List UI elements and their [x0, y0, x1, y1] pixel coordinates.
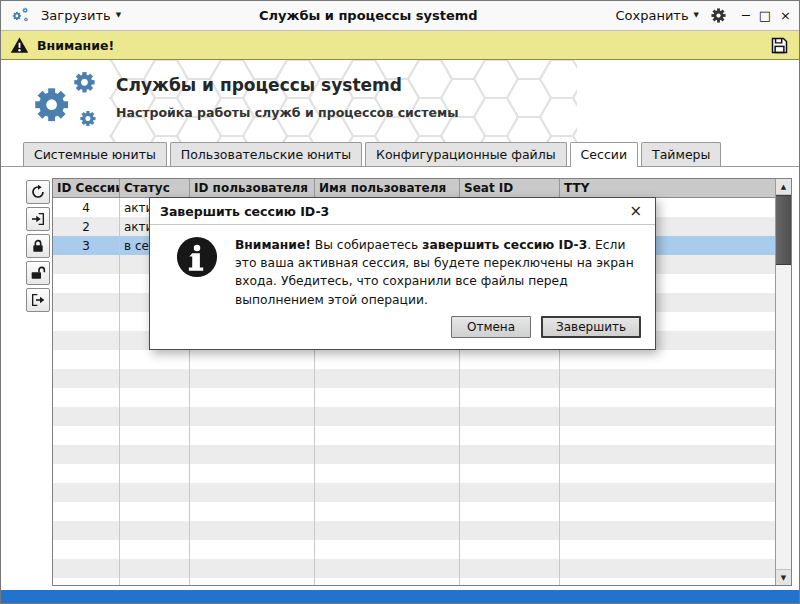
- table-row-empty: [53, 502, 775, 521]
- header-text: Службы и процессы systemd Настройка рабо…: [116, 60, 799, 120]
- tab-bar: Системные юниты Пользовательские юниты К…: [1, 142, 799, 167]
- gears-logo-icon: [35, 72, 95, 126]
- dialog-close-button[interactable]: ×: [626, 204, 645, 219]
- scroll-down-button[interactable]: ▼: [776, 569, 791, 585]
- page-title: Службы и процессы systemd: [116, 75, 799, 95]
- column-header-user-id: ID пользователя: [190, 179, 315, 197]
- refresh-icon: [30, 184, 46, 200]
- terminate-session-button[interactable]: [26, 288, 50, 312]
- save-menu-label: Сохранить: [615, 8, 688, 23]
- table-row-empty: [53, 350, 775, 369]
- table-header-row: ID Сессии Статус ID пользователя Имя пол…: [53, 179, 775, 198]
- cancel-button[interactable]: Отмена: [451, 316, 531, 338]
- save-menu-button[interactable]: Сохранить ▼: [611, 6, 703, 25]
- tab-system-units[interactable]: Системные юниты: [23, 142, 167, 166]
- column-header-session-id: ID Сессии: [53, 179, 120, 197]
- warning-label: Внимание!: [37, 38, 114, 53]
- logout-icon: [30, 292, 46, 308]
- login-icon: [30, 211, 46, 227]
- table-row-empty: [53, 369, 775, 388]
- tab-sessions[interactable]: Сессии: [570, 142, 638, 167]
- floppy-icon: [769, 35, 790, 56]
- warning-bar: Внимание!: [1, 31, 799, 60]
- dialog-titlebar: Завершить сессию ID-3 ×: [150, 198, 655, 225]
- dialog-actions: Отмена Завершить: [150, 313, 655, 349]
- table-row-empty: [53, 464, 775, 483]
- dialog-message-part: завершить сессию ID-3: [422, 238, 587, 252]
- activate-session-button[interactable]: [26, 207, 50, 231]
- scroll-up-button[interactable]: ▲: [776, 179, 791, 195]
- minimize-button[interactable]: ─: [742, 9, 750, 22]
- lock-icon: [30, 238, 46, 254]
- table-row-empty: [53, 578, 775, 585]
- save-file-button[interactable]: [769, 35, 790, 56]
- dialog-message-part: Внимание!: [235, 238, 311, 252]
- window-controls: ─ □ ×: [742, 9, 791, 22]
- app-logo-icon: [9, 6, 30, 25]
- terminate-session-dialog: Завершить сессию ID-3 × Внимание! Вы соб…: [149, 197, 656, 350]
- window-title: Службы и процессы systemd: [133, 8, 603, 23]
- app-window: Загрузить ▼ Службы и процессы systemd Со…: [0, 0, 800, 604]
- table-row-empty: [53, 483, 775, 502]
- table-row-empty: [53, 388, 775, 407]
- page-subtitle: Настройка работы служб и процессов систе…: [116, 105, 799, 120]
- refresh-button[interactable]: [26, 180, 50, 204]
- column-header-tty: TTY: [560, 179, 775, 197]
- info-icon: [176, 236, 218, 278]
- dialog-message-part: Вы собираетесь: [311, 238, 422, 252]
- dialog-title: Завершить сессию ID-3: [160, 204, 329, 219]
- lock-session-button[interactable]: [26, 234, 50, 258]
- maximize-button[interactable]: □: [759, 9, 771, 22]
- close-button[interactable]: ×: [780, 9, 791, 22]
- dialog-body: Внимание! Вы собираетесь завершить сесси…: [150, 225, 655, 313]
- unlock-icon: [30, 265, 46, 281]
- warning-icon: [10, 36, 29, 55]
- vertical-scrollbar[interactable]: ▲ ▼: [775, 179, 791, 585]
- tab-user-units[interactable]: Пользовательские юниты: [170, 142, 362, 166]
- scrollbar-thumb[interactable]: [776, 195, 791, 265]
- table-row-empty: [53, 540, 775, 559]
- chevron-down-icon: ▼: [694, 12, 699, 19]
- confirm-terminate-button[interactable]: Завершить: [541, 316, 641, 338]
- column-header-status: Статус: [120, 179, 190, 197]
- table-row-empty: [53, 407, 775, 426]
- table-row-empty: [53, 559, 775, 578]
- tab-config-files[interactable]: Конфигурационные файлы: [365, 142, 567, 166]
- column-header-username: Имя пользователя: [315, 179, 460, 197]
- column-header-seat-id: Seat ID: [460, 179, 560, 197]
- table-row-empty: [53, 426, 775, 445]
- gear-icon: [710, 7, 727, 24]
- table-row-empty: [53, 445, 775, 464]
- bottom-status-bar: [1, 590, 799, 603]
- unlock-session-button[interactable]: [26, 261, 50, 285]
- chevron-down-icon: ▼: [116, 12, 121, 19]
- titlebar: Загрузить ▼ Службы и процессы systemd Со…: [1, 1, 799, 31]
- session-toolbar: [26, 178, 50, 586]
- settings-button[interactable]: [710, 7, 727, 24]
- titlebar-right: Сохранить ▼ ─ □ ×: [611, 6, 791, 25]
- dialog-message: Внимание! Вы собираетесь завершить сесси…: [235, 236, 637, 309]
- titlebar-left: Загрузить ▼: [9, 6, 125, 25]
- table-row-empty: [53, 521, 775, 540]
- load-menu-button[interactable]: Загрузить ▼: [37, 6, 125, 25]
- load-menu-label: Загрузить: [41, 8, 111, 23]
- app-header: Службы и процессы systemd Настройка рабо…: [1, 60, 799, 142]
- tab-timers[interactable]: Таймеры: [641, 142, 721, 166]
